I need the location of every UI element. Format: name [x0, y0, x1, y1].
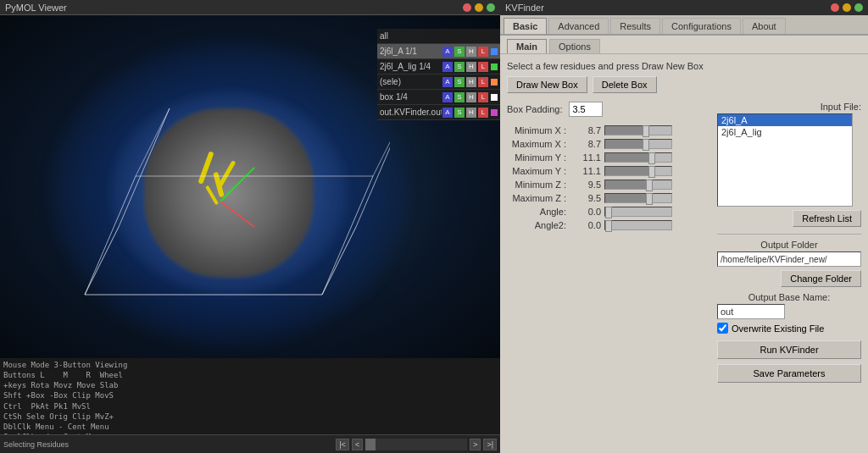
max-y-slider[interactable] — [604, 166, 672, 176]
maximize-icon[interactable] — [487, 3, 495, 12]
layer-s-btn[interactable]: S — [454, 108, 465, 118]
save-parameters-button[interactable]: Save Parameters — [717, 364, 861, 383]
sub-tab-main[interactable]: Main — [507, 39, 547, 53]
layer-a-btn[interactable]: A — [442, 77, 453, 87]
refresh-list-button[interactable]: Refresh List — [793, 210, 861, 227]
output-base-name-label: Output Base Name: — [717, 292, 861, 302]
max-x-slider[interactable] — [604, 139, 672, 149]
layer-a-btn[interactable]: A — [442, 62, 453, 72]
min-y-slider[interactable] — [604, 152, 672, 163]
kvfinder-panel: KVFinder Basic Advanced Results Configur… — [500, 0, 868, 453]
min-z-slider[interactable] — [604, 180, 672, 190]
layer-l-btn[interactable]: L — [478, 62, 488, 72]
min-x-slider[interactable] — [604, 125, 672, 135]
tab-configurations[interactable]: Configurations — [662, 18, 741, 34]
layer-l-btn[interactable]: L — [478, 77, 488, 87]
kv-close-icon[interactable] — [831, 3, 839, 12]
layer-out-kvfinder[interactable]: out.KVFinder.out A S H L — [377, 105, 500, 120]
layer-l-btn[interactable]: L — [478, 92, 488, 102]
tab-about[interactable]: About — [743, 18, 786, 34]
angle-label: Angle: — [507, 207, 566, 217]
layer-h-btn[interactable]: H — [466, 77, 476, 87]
pymol-console: Mouse Mode 3-Button Viewing Buttons L M … — [0, 358, 500, 434]
state-end-button[interactable]: >| — [483, 439, 497, 450]
layer-s-btn[interactable]: S — [454, 47, 465, 57]
layer-h-btn[interactable]: H — [466, 62, 476, 72]
right-col: Input File: 2j6l_A 2j6l_A_lig Refresh Li… — [717, 102, 861, 383]
angle2-value: 0.0 — [571, 220, 601, 230]
layer-color — [491, 48, 498, 55]
layer-2j6l-a-lig-name: 2j6l_A_lig 1/4 — [380, 62, 442, 71]
output-basename-input[interactable] — [717, 304, 785, 319]
input-file-item-2j6l-a-lig[interactable]: 2j6l_A_lig — [718, 126, 852, 138]
tab-basic[interactable]: Basic — [504, 18, 547, 34]
layer-l-btn[interactable]: L — [478, 47, 488, 57]
angle-slider[interactable] — [604, 207, 672, 217]
layer-h-btn[interactable]: H — [466, 47, 476, 57]
draw-new-box-button[interactable]: Draw New Box — [507, 76, 587, 93]
layer-a-btn[interactable]: A — [442, 92, 453, 102]
tab-advanced[interactable]: Advanced — [548, 18, 609, 34]
svg-line-1 — [85, 176, 136, 295]
svg-line-4 — [220, 168, 254, 202]
delete-box-button[interactable]: Delete Box — [593, 76, 657, 93]
layer-s-btn[interactable]: S — [454, 77, 465, 87]
close-icon[interactable] — [463, 3, 471, 12]
layer-h-btn[interactable]: H — [466, 108, 476, 118]
layer-l-btn[interactable]: L — [478, 108, 488, 118]
layer-sele[interactable]: (sele) A S H L — [377, 75, 500, 90]
state-fill — [365, 439, 376, 450]
input-file-item-2j6l-a[interactable]: 2j6l_A — [718, 114, 852, 126]
output-folder-input[interactable] — [717, 251, 861, 267]
run-kvfinder-button[interactable]: Run KVFinder — [717, 340, 861, 359]
box-padding-label: Box Padding: — [507, 104, 562, 114]
box-padding-input[interactable] — [569, 102, 603, 117]
max-x-label: Maximum X : — [507, 139, 566, 149]
state-forward-button[interactable]: > — [470, 439, 481, 450]
pymol-panel: PyMOL Viewer — [0, 0, 500, 453]
kv-minimize-icon[interactable] — [843, 3, 851, 12]
layer-list: all 2j6l_A 1/1 A S H L 2j6l_A_lig 1/4 A … — [377, 29, 500, 120]
section-divider — [717, 234, 861, 235]
overwrite-row: Overwrite Existing File — [717, 323, 861, 334]
layer-all-name: all — [380, 31, 498, 41]
max-x-row: Maximum X : 8.7 — [507, 139, 709, 149]
min-x-value: 8.7 — [571, 125, 601, 135]
pymol-viewport[interactable]: all 2j6l_A 1/1 A S H L 2j6l_A_lig 1/4 A … — [0, 15, 500, 358]
svg-line-2 — [322, 176, 373, 295]
layer-all[interactable]: all — [377, 29, 500, 44]
minimize-icon[interactable] — [475, 3, 483, 12]
min-x-row: Minimum X : 8.7 — [507, 125, 709, 135]
angle2-slider[interactable] — [604, 220, 672, 230]
max-z-slider[interactable] — [604, 193, 672, 203]
pymol-window-controls — [463, 3, 495, 12]
layer-s-btn[interactable]: S — [454, 92, 465, 102]
max-z-value: 9.5 — [571, 193, 601, 203]
max-x-value: 8.7 — [571, 139, 601, 149]
layer-2j6l-a-name: 2j6l_A 1/1 — [380, 47, 442, 56]
layer-color — [491, 109, 498, 116]
state-back-button[interactable]: < — [352, 439, 363, 450]
box-wireframe — [68, 58, 390, 345]
layer-box[interactable]: box 1/4 A S H L — [377, 90, 500, 105]
layer-2j6l-a-lig[interactable]: 2j6l_A_lig 1/4 A S H L — [377, 59, 500, 75]
tab-results[interactable]: Results — [610, 18, 660, 34]
layer-2j6l-a[interactable]: 2j6l_A 1/1 A S H L — [377, 44, 500, 59]
layer-s-btn[interactable]: S — [454, 62, 465, 72]
sliders-col: Box Padding: Minimum X : 8.7 Maximum X :… — [507, 102, 709, 383]
layer-a-btn[interactable]: A — [442, 47, 453, 57]
max-y-row: Maximum Y : 11.1 — [507, 166, 709, 176]
layer-h-btn[interactable]: H — [466, 92, 476, 102]
min-y-row: Minimum Y : 11.1 — [507, 152, 709, 163]
kv-instruction: Select a few residues and press Draw New… — [507, 61, 861, 71]
kv-sub-tabs: Main Options — [500, 36, 868, 54]
input-file-list[interactable]: 2j6l_A 2j6l_A_lig — [717, 113, 853, 207]
layer-a-btn[interactable]: A — [442, 108, 453, 118]
kv-maximize-icon[interactable] — [854, 3, 863, 12]
overwrite-checkbox[interactable] — [717, 323, 728, 334]
svg-line-0 — [119, 108, 170, 227]
refresh-btn-row: Refresh List — [717, 210, 861, 227]
sub-tab-options[interactable]: Options — [549, 39, 600, 53]
state-prev-button[interactable]: |< — [336, 439, 349, 450]
change-folder-button[interactable]: Change Folder — [781, 270, 861, 287]
